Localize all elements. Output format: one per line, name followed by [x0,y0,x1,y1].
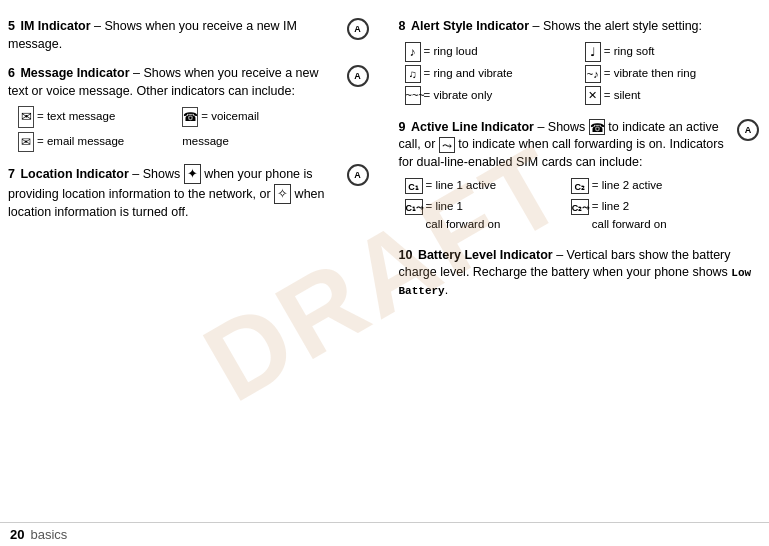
section-7-title: Location Indicator [20,167,128,181]
text-msg-label: = text message [37,108,115,125]
alert-ring-loud: ♪ = ring loud [405,42,579,62]
section-8: 8 Alert Style Indicator – Shows the aler… [399,18,760,105]
section-6-nav-icon: A [347,65,369,87]
ring-vibrate-icon: ♫ [405,65,421,84]
line1-active: C₁ = line 1 active [405,177,563,194]
voicemail-msg-label-cont: message [182,133,229,150]
line2-active: C₂ = line 2 active [571,177,729,194]
location-on-icon: ✦ [184,164,201,184]
ring-loud-label: = ring loud [424,43,478,60]
section-10-text: 10 Battery Level Indicator – Vertical ba… [399,247,760,300]
alert-ring-vibrate: ♫ = ring and vibrate [405,65,579,84]
content-area: 5 IM Indicator – Shows when you receive … [0,10,769,536]
call-forward-icon: ⤳ [439,137,455,153]
section-7-nav-icon: A [347,164,369,186]
alert-silent: ✕ = silent [585,86,759,105]
section-9-title: Active Line Indicator [411,120,534,134]
voicemail-label: = voicemail [201,108,259,125]
ring-soft-label: = ring soft [604,43,655,60]
page-section-label: basics [30,527,67,542]
section-9-sub-grid: C₁ = line 1 active C₂ = line 2 active C₁… [405,177,730,233]
section-9: 9 Active Line Indicator – Shows ☎ to ind… [399,119,760,233]
right-column: 8 Alert Style Indicator – Shows the aler… [389,18,760,506]
line2-active-icon: C₂ [571,178,589,194]
active-call-icon: ☎ [589,119,605,135]
line2-forward-label: = line 2call forward on [592,198,667,233]
vibrate-only-label: = vibrate only [424,87,493,104]
silent-label: = silent [604,87,641,104]
alert-vibrate-only: ~~~ = vibrate only [405,86,579,105]
section-6-sub-grid: ✉ = text message ☎ = voicemail ✉ = email… [18,106,339,152]
voicemail-icon: ☎ [182,107,198,127]
section-7-text: 7 Location Indicator – Shows ✦ when your… [8,164,339,222]
email-msg-label: = email message [37,133,124,150]
line2-active-label: = line 2 active [592,177,663,194]
alert-ring-soft: ♩ = ring soft [585,42,759,62]
section-5-nav-icon: A [347,18,369,40]
section-5-title: IM Indicator [20,19,90,33]
sub-item-text-msg: ✉ = text message [18,106,174,128]
section-9-nav-icon: A [737,119,759,141]
ring-soft-icon: ♩ [585,42,601,62]
section-9-text: 9 Active Line Indicator – Shows ☎ to ind… [399,119,730,172]
ring-vibrate-label: = ring and vibrate [424,65,513,82]
line1-forward-label: = line 1call forward on [426,198,501,233]
sub-item-voicemail: ☎ = voicemail [182,106,338,128]
line2-forward: C₂⤳ = line 2call forward on [571,198,729,233]
section-8-title: Alert Style Indicator [411,19,529,33]
section-8-number: 8 [399,19,406,33]
section-9-suffix: – Shows [537,120,588,134]
section-10-title: Battery Level Indicator [418,248,553,262]
section-9-number: 9 [399,120,406,134]
line1-forward-icon: C₁⤳ [405,199,423,215]
ring-loud-icon: ♪ [405,42,421,62]
bottom-bar: 20 basics [0,522,769,546]
vibrate-only-icon: ~~~ [405,86,421,105]
email-msg-icon: ✉ [18,132,34,152]
section-6-text: 6 Message Indicator – Shows when you rec… [8,65,339,100]
section-7-number: 7 [8,167,15,181]
section-5-text: 5 IM Indicator – Shows when you receive … [8,18,339,53]
alert-vibrate-ring: ~♪ = vibrate then ring [585,65,759,84]
line2-forward-icon: C₂⤳ [571,199,589,215]
vibrate-ring-label: = vibrate then ring [604,65,696,82]
section-5-number: 5 [8,19,15,33]
vibrate-ring-icon: ~♪ [585,65,601,84]
line1-active-icon: C₁ [405,178,423,194]
section-8-sub-grid: ♪ = ring loud ♩ = ring soft ♫ = ring and… [405,42,760,105]
section-8-text: 8 Alert Style Indicator – Shows the aler… [399,18,760,36]
section-10-end: . [445,283,448,297]
section-6-title: Message Indicator [20,66,129,80]
line1-forward: C₁⤳ = line 1call forward on [405,198,563,233]
section-8-suffix: – Shows the alert style setting: [529,19,702,33]
line1-active-label: = line 1 active [426,177,497,194]
section-6: 6 Message Indicator – Shows when you rec… [8,65,369,152]
section-7-suffix: – Shows [132,167,183,181]
section-10: 10 Battery Level Indicator – Vertical ba… [399,247,760,300]
location-off-icon: ✧ [274,184,291,204]
silent-icon: ✕ [585,86,601,105]
sub-item-voicemail-label: message [182,132,338,152]
page-number: 20 [10,527,24,542]
page-container: 5 IM Indicator – Shows when you receive … [0,0,769,546]
sub-item-email: ✉ = email message [18,132,174,152]
section-5: 5 IM Indicator – Shows when you receive … [8,18,369,53]
section-10-number: 10 [399,248,413,262]
text-msg-icon: ✉ [18,106,34,128]
left-column: 5 IM Indicator – Shows when you receive … [0,18,389,506]
section-6-number: 6 [8,66,15,80]
section-7: 7 Location Indicator – Shows ✦ when your… [8,164,369,222]
